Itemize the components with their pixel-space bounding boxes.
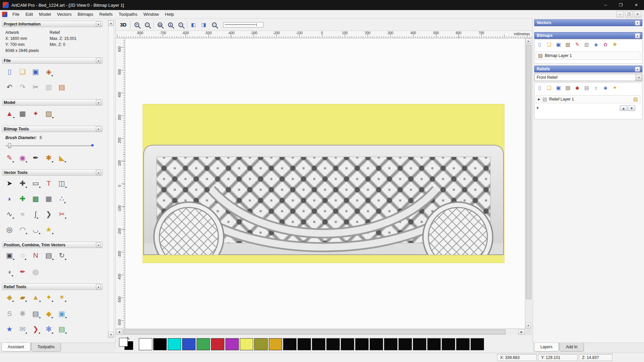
offset-relief-icon[interactable]: ▰ ▸	[18, 291, 29, 303]
colour-picker-icon[interactable]: ✒ ▸	[31, 152, 42, 163]
add-layer-button[interactable]: +	[536, 105, 539, 110]
collapse-reliefs-button[interactable]: ▴	[635, 67, 640, 72]
join-vectors-icon[interactable]: ◡ ▸	[31, 224, 42, 235]
collapse-vector-tools-button[interactable]: ▴	[96, 170, 101, 175]
swatch-blue[interactable]	[182, 338, 196, 350]
texture-weave-icon[interactable]: ❋ ▸	[18, 308, 29, 319]
toggle-colours-icon[interactable]: ❖	[611, 40, 619, 48]
save-file-icon[interactable]: ▣ ▸	[31, 66, 42, 77]
star-relief-icon[interactable]: ★ ▸	[5, 323, 16, 335]
paste-along-curve-icon[interactable]: ✒ ▸	[18, 266, 29, 277]
zoom-window-button[interactable]: ▭	[156, 20, 164, 29]
swatch-yellow[interactable]	[240, 338, 253, 350]
swatch-black-23[interactable]	[456, 338, 470, 350]
child-minimize-button[interactable]: ─	[616, 11, 624, 17]
attach-clipart-icon[interactable]: ◆ ▸	[44, 308, 55, 319]
swatch-black-13[interactable]	[312, 338, 325, 350]
hscroll-thumb[interactable]	[123, 329, 505, 335]
swatch-black-17[interactable]	[370, 338, 383, 350]
light-material-icon[interactable]: ✦ ▸	[31, 108, 42, 119]
trim-vectors-icon[interactable]: ✂ ▸	[57, 208, 68, 220]
swatch-black[interactable]	[153, 338, 167, 350]
menu-edit[interactable]: Edit	[22, 10, 36, 18]
import-relief-icon[interactable]: ▨	[564, 83, 572, 92]
menu-bitmaps[interactable]: Bitmaps	[74, 10, 96, 18]
paint-brush-icon[interactable]: ✎ ▸	[5, 152, 16, 163]
swatch-black-19[interactable]	[398, 338, 412, 350]
swatch-gold[interactable]	[269, 338, 282, 350]
collapse-project-button[interactable]: ▴	[96, 21, 101, 26]
measure-tool-icon[interactable]: ◫ ▸	[57, 177, 68, 189]
swatch-black-21[interactable]	[427, 338, 441, 350]
import-bitmap-icon[interactable]: ▨	[564, 40, 572, 48]
bitmap-layer-row[interactable]: ▨ Bitmap Layer 1	[536, 52, 640, 60]
close-button[interactable]: ✕	[629, 0, 644, 10]
arc-tool-icon[interactable]: ❯ ▸	[44, 208, 55, 220]
relief-clipart-icon[interactable]: ✶ ▸	[57, 291, 68, 303]
menu-reliefs[interactable]: Reliefs	[96, 10, 116, 18]
fan-relief-icon[interactable]: ❯ ▸	[31, 323, 42, 335]
grid-tool-icon[interactable]: ▦ ▸	[44, 193, 55, 204]
circular-copy-icon[interactable]: ◌ ▸	[18, 249, 29, 261]
collapse-bitmaps-button[interactable]: ▴	[635, 33, 640, 38]
menu-vectors[interactable]: Vectors	[54, 10, 74, 18]
swatch-black-15[interactable]	[341, 338, 354, 350]
offset-vector-icon[interactable]: ◗ ▸	[5, 193, 16, 204]
cut-icon[interactable]: ✂ ▸	[31, 81, 42, 93]
swatch-black-12[interactable]	[298, 338, 311, 350]
sphere-icon[interactable]: ● ▸	[44, 339, 55, 343]
minimize-button[interactable]: ─	[598, 0, 613, 10]
scroll-down-button[interactable]: ▼	[108, 332, 114, 338]
zoom-objects-button[interactable]: ○	[210, 20, 218, 29]
spline-tool-icon[interactable]: ∫ ▸	[31, 208, 42, 220]
calculate-relief-icon[interactable]: ▤	[583, 83, 591, 92]
tab-toolpaths[interactable]: Toolpaths	[31, 343, 61, 352]
paste-array-icon[interactable]: ∴ ▸	[57, 193, 68, 204]
create-polyline-icon[interactable]: ∿ ▸	[5, 208, 16, 220]
menu-window[interactable]: Window	[141, 10, 162, 18]
child-restore-button[interactable]: ❐	[625, 11, 633, 17]
import-export-icon[interactable]: ◈ ▸	[44, 66, 55, 77]
paint-selective-icon[interactable]: ◉ ▸	[18, 152, 29, 163]
collapse-bitmap-tools-button[interactable]: ▴	[96, 126, 101, 131]
tab-layers[interactable]: Layers	[534, 343, 559, 352]
vscroll-up-button[interactable]: ▲	[526, 38, 531, 44]
canvas-2d-view[interactable]	[125, 38, 525, 328]
transform-vectors-icon[interactable]: ✚ ▸	[18, 177, 29, 189]
relief-jewel-icon[interactable]: ◆	[573, 83, 581, 92]
new-model-icon[interactable]: ▯ ▸	[5, 66, 16, 77]
collapse-relief-tools-button[interactable]: ▴	[96, 284, 101, 289]
texture-relief-icon[interactable]: ✻ ▸	[44, 323, 55, 335]
assistant-scrollbar[interactable]: ▲ ▼	[108, 20, 114, 338]
open-bitmap-icon[interactable]: ❏	[545, 40, 553, 48]
greyscale-view-icon[interactable]: ▦ ▸	[18, 108, 29, 119]
undo-icon[interactable]: ↶ ▸	[5, 81, 16, 93]
adjust-bitmap-icon[interactable]: ▥	[583, 40, 591, 48]
menu-help[interactable]: Help	[162, 10, 177, 18]
smooth-relief-icon[interactable]: ◆ ▸	[5, 291, 16, 303]
create-boundary-icon[interactable]: ✚ ▸	[18, 193, 29, 204]
bitmap-colours-icon[interactable]: ✿	[601, 40, 609, 48]
open-file-icon[interactable]: ❏ ▸	[18, 66, 29, 77]
snap-grid-button[interactable]: ◧	[189, 20, 198, 29]
block-copy-icon[interactable]: ▤ ▸	[44, 249, 55, 261]
menu-model[interactable]: Model	[36, 10, 54, 18]
bitmap-to-vector-icon[interactable]: ◈	[592, 40, 600, 48]
move-layer-up-button[interactable]: ▲	[620, 105, 627, 111]
canvas-horizontal-scrollbar[interactable]: ◀ ▶	[116, 328, 525, 335]
swatch-black-14[interactable]	[326, 338, 340, 350]
star-tool-icon[interactable]: ★ ▸	[44, 224, 55, 235]
view-3d-button[interactable]: 3D	[118, 21, 128, 28]
select-vectors-icon[interactable]: ➤ ▸	[5, 177, 16, 189]
rotate-copy-icon[interactable]: ↻ ▸	[57, 249, 68, 261]
restore-button[interactable]: ❐	[613, 0, 629, 10]
swatch-white[interactable]	[139, 338, 152, 350]
swatch-red[interactable]	[211, 338, 224, 350]
menu-toolpaths[interactable]: Toolpaths	[116, 10, 141, 18]
open-relief-icon[interactable]: ❏	[545, 83, 553, 92]
arc-fit-icon[interactable]: ◠ ▸	[18, 224, 29, 235]
swatch-cyan[interactable]	[168, 338, 181, 350]
swatch-black-22[interactable]	[442, 338, 455, 350]
palette-icon[interactable]: ✱ ▸	[44, 152, 55, 163]
collapse-model-button[interactable]: ▴	[96, 100, 101, 105]
